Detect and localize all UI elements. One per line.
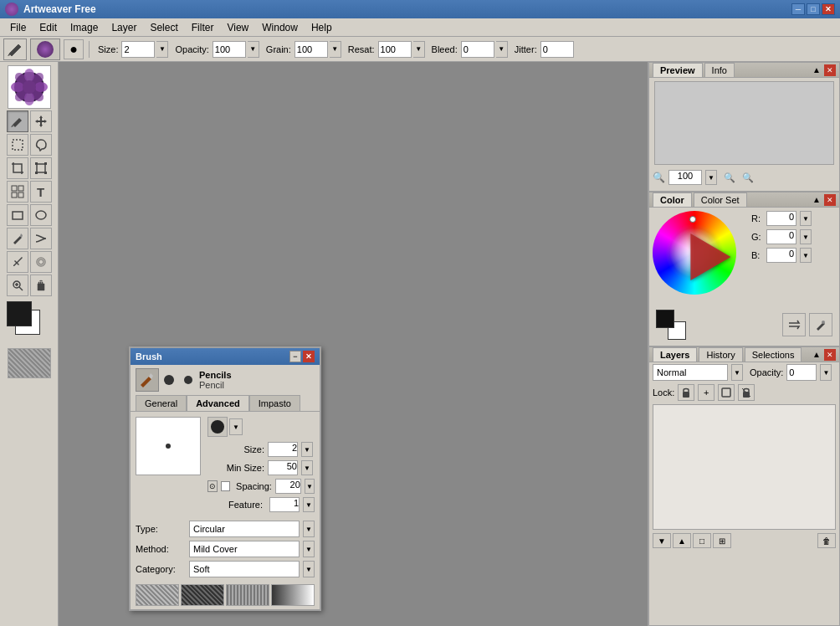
zoom-fill[interactable]: 🔍 <box>742 172 754 183</box>
fg-swatch[interactable] <box>656 310 674 328</box>
menu-image[interactable]: Image <box>64 20 105 35</box>
r-dropdown[interactable]: ▼ <box>800 211 812 226</box>
lock-all-btn[interactable] <box>738 384 755 401</box>
lock-paint-btn[interactable]: + <box>698 384 715 401</box>
g-input[interactable]: 0 <box>766 229 796 244</box>
feature-input[interactable]: 1 <box>269 497 300 512</box>
selections-tab[interactable]: Selections <box>745 347 802 362</box>
brush-shape-dropdown[interactable]: ▼ <box>229 418 243 435</box>
texture-2[interactable] <box>181 584 224 606</box>
lock-move-btn[interactable] <box>718 384 735 401</box>
g-dropdown[interactable]: ▼ <box>800 229 812 244</box>
colorset-tab[interactable]: Color Set <box>694 192 747 207</box>
grain-dropdown[interactable]: ▼ <box>330 41 341 58</box>
selection-tool[interactable] <box>7 134 28 156</box>
layer-scroll-up[interactable]: ▲ <box>673 533 691 548</box>
preview-tab[interactable]: Preview <box>653 63 703 77</box>
b-input[interactable]: 0 <box>766 248 796 263</box>
size-input[interactable]: 2 <box>121 41 155 58</box>
close-button[interactable]: ✕ <box>822 3 835 15</box>
opacity-input[interactable]: 0 <box>786 364 817 381</box>
bleed-input[interactable]: 0 <box>461 41 494 58</box>
minimize-button[interactable]: ─ <box>791 3 805 15</box>
layers-tab[interactable]: Layers <box>653 347 697 362</box>
category-select[interactable]: Soft <box>189 561 300 577</box>
opacity-input[interactable]: 100 <box>213 41 246 58</box>
min-size-param-input[interactable]: 50 <box>268 460 298 475</box>
bleed-dropdown[interactable]: ▼ <box>496 41 508 58</box>
layer-scroll-down[interactable]: ▼ <box>653 533 671 548</box>
layer-delete[interactable]: 🗑 <box>817 533 836 548</box>
menu-select[interactable]: Select <box>143 20 184 35</box>
smudge-tool[interactable] <box>30 228 52 249</box>
color-expand[interactable]: ▲ <box>812 195 821 204</box>
b-dropdown[interactable]: ▼ <box>800 248 812 263</box>
brush-category-icon[interactable] <box>136 368 159 392</box>
color-picker-btn[interactable] <box>809 313 832 336</box>
preview-close[interactable]: ✕ <box>824 64 836 76</box>
menu-window[interactable]: Window <box>255 20 305 35</box>
zoom-dropdown[interactable]: ▼ <box>705 170 717 185</box>
min-size-param-dropdown[interactable]: ▼ <box>301 460 313 475</box>
jitter-input[interactable]: 0 <box>540 41 574 58</box>
texture-1[interactable] <box>136 584 179 606</box>
menu-view[interactable]: View <box>220 20 255 35</box>
resat-dropdown[interactable]: ▼ <box>413 41 425 58</box>
type-arrow[interactable]: ▼ <box>303 521 315 537</box>
brush-shape-icon[interactable] <box>207 417 228 437</box>
zoom-fit[interactable]: 🔍 <box>724 172 735 183</box>
hue-indicator[interactable] <box>689 216 696 223</box>
history-tab[interactable]: History <box>699 347 742 362</box>
color-close[interactable]: ✕ <box>824 194 836 206</box>
rectangle-tool[interactable] <box>7 204 28 226</box>
brush-dialog-roll[interactable]: − <box>289 351 301 362</box>
spacing-param-input[interactable]: 20 <box>275 479 301 494</box>
move-tool[interactable] <box>30 110 52 132</box>
lasso-tool[interactable] <box>30 134 52 156</box>
ellipse-tool[interactable] <box>30 204 52 226</box>
preview-expand[interactable]: ▲ <box>812 65 821 74</box>
texture-3[interactable] <box>226 584 269 606</box>
texture-preview[interactable] <box>8 348 51 378</box>
info-tab[interactable]: Info <box>704 63 735 77</box>
tab-advanced[interactable]: Advanced <box>187 395 249 411</box>
menu-help[interactable]: Help <box>305 20 339 35</box>
zoom-input[interactable]: 100 <box>668 170 702 185</box>
layer-new[interactable]: ⊞ <box>713 533 731 548</box>
color-tab[interactable]: Color <box>653 192 692 207</box>
crop-tool[interactable] <box>7 157 28 179</box>
size-param-input[interactable]: 2 <box>268 442 298 457</box>
dot-selector[interactable]: ● <box>64 39 84 59</box>
spacing-checkbox[interactable] <box>221 481 230 491</box>
layers-expand[interactable]: ▲ <box>812 350 821 359</box>
size-param-dropdown[interactable]: ▼ <box>301 442 313 457</box>
resat-input[interactable]: 100 <box>378 41 412 58</box>
grain-input[interactable]: 100 <box>295 41 328 58</box>
transform-tool[interactable] <box>30 157 52 179</box>
color-wheel-container[interactable] <box>653 211 745 303</box>
blend-mode-dropdown[interactable]: ▼ <box>731 364 743 381</box>
blur-tool[interactable] <box>30 251 52 273</box>
canvas-area[interactable]: Brush − ✕ <box>59 62 648 626</box>
text-tool[interactable]: T <box>30 181 52 203</box>
feature-dropdown[interactable]: ▼ <box>303 497 315 512</box>
blend-mode-display[interactable]: Normal <box>653 364 728 381</box>
brush-tool[interactable] <box>7 110 28 132</box>
tab-general[interactable]: General <box>136 395 187 411</box>
texture-4[interactable] <box>271 584 315 606</box>
foreground-color-swatch[interactable] <box>7 301 32 326</box>
type-select[interactable]: Circular <box>189 521 300 537</box>
r-input[interactable]: 0 <box>766 211 796 226</box>
menu-layer[interactable]: Layer <box>105 20 143 35</box>
pencil-tool[interactable] <box>7 228 28 249</box>
brush-tool-icon[interactable] <box>3 38 27 60</box>
brush-dialog-close[interactable]: ✕ <box>303 351 315 362</box>
eyedropper-tool[interactable] <box>7 251 28 273</box>
menu-file[interactable]: File <box>3 20 33 35</box>
pan-tool[interactable] <box>30 275 52 296</box>
layers-list[interactable] <box>653 404 836 530</box>
layer-new-group[interactable]: □ <box>693 533 711 548</box>
tab-impasto[interactable]: Impasto <box>249 395 300 411</box>
lock-transparency-btn[interactable] <box>678 384 694 401</box>
zoom-tool[interactable] <box>7 275 28 296</box>
